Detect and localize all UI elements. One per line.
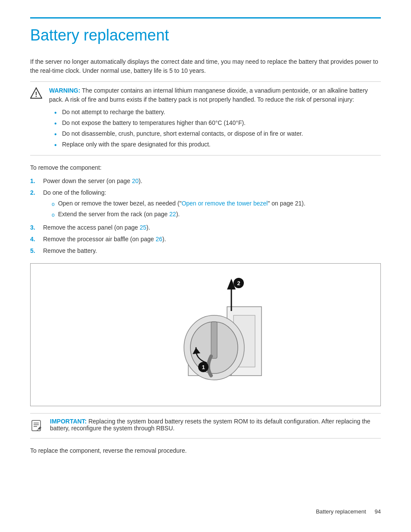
step-1-content: Power down the server (on page 20).: [43, 177, 381, 186]
footer-text: Battery replacement 94: [316, 508, 381, 515]
svg-text:!: !: [35, 91, 37, 98]
svg-rect-7: [211, 322, 217, 358]
steps-list: 1. Power down the server (on page 20). 2…: [30, 177, 381, 255]
sub-steps: o Open or remove the tower bezel, as nee…: [43, 199, 381, 219]
step-2-content: Do one of the following: o Open or remov…: [43, 188, 381, 221]
step-1: 1. Power down the server (on page 20).: [30, 177, 381, 186]
svg-text:2: 2: [237, 280, 240, 286]
step-2-num: 2.: [30, 188, 39, 221]
intro-text: If the server no longer automatically di…: [30, 57, 381, 75]
warning-bullet-2: Do not expose the battery to temperature…: [62, 118, 381, 128]
battery-figure: 1 2: [30, 263, 381, 406]
step-5-content: Remove the battery.: [43, 246, 381, 255]
warning-icon: !: [30, 87, 43, 100]
replace-text: To replace the component, reverse the re…: [30, 446, 381, 455]
top-rule: [30, 17, 381, 19]
warning-box: ! WARNING: The computer contains an inte…: [30, 81, 381, 156]
sub-step-1-link[interactable]: Open or remove the tower bezel: [181, 200, 268, 207]
step-5-num: 5.: [30, 246, 39, 255]
warning-content: WARNING: The computer contains an intern…: [49, 86, 381, 151]
warning-label: WARNING:: [49, 87, 80, 94]
page-container: Battery replacement If the server no lon…: [0, 0, 411, 532]
warning-bullet-1: Do not attempt to recharge the battery.: [62, 108, 381, 117]
svg-text:1: 1: [202, 364, 205, 370]
battery-diagram: 1 2: [132, 272, 279, 397]
sub-step-2: o Extend the server from the rack (on pa…: [52, 210, 381, 219]
step-3-link[interactable]: 25: [140, 224, 146, 231]
step-4: 4. Remove the processor air baffle (on p…: [30, 235, 381, 244]
important-content: IMPORTANT: Replacing the system board ba…: [50, 418, 381, 432]
svg-marker-20: [37, 429, 38, 430]
warning-bullets: Do not attempt to recharge the battery. …: [49, 108, 381, 149]
important-box: IMPORTANT: Replacing the system board ba…: [30, 413, 381, 439]
sub-bullet-2: o: [52, 211, 55, 219]
footer-label: Battery replacement: [316, 508, 366, 515]
step-1-link[interactable]: 20: [132, 177, 139, 184]
step-1-num: 1.: [30, 177, 39, 186]
step-3-num: 3.: [30, 223, 39, 232]
step-4-link[interactable]: 26: [156, 236, 162, 243]
sub-bullet-1: o: [52, 200, 55, 208]
important-text: Replacing the system board battery reset…: [50, 418, 371, 432]
step-4-num: 4.: [30, 235, 39, 244]
step-3: 3. Remove the access panel (on page 25).: [30, 223, 381, 232]
remove-intro: To remove the component:: [30, 163, 381, 172]
page-title: Battery replacement: [30, 26, 381, 44]
important-label: IMPORTANT:: [50, 418, 87, 425]
step-5: 5. Remove the battery.: [30, 246, 381, 255]
footer: Battery replacement 94: [316, 508, 381, 515]
step-4-content: Remove the processor air baffle (on page…: [43, 235, 381, 244]
footer-page: 94: [375, 508, 381, 515]
sub-step-1: o Open or remove the tower bezel, as nee…: [52, 199, 381, 208]
step-3-content: Remove the access panel (on page 25).: [43, 223, 381, 232]
sub-step-2-link[interactable]: 22: [169, 211, 176, 218]
svg-rect-19: [38, 426, 41, 430]
step-2: 2. Do one of the following: o Open or re…: [30, 188, 381, 221]
warning-bullet-4: Replace only with the spare designated f…: [62, 140, 381, 149]
warning-bullet-3: Do not disassemble, crush, puncture, sho…: [62, 129, 381, 138]
warning-text: The computer contains an internal lithiu…: [49, 87, 368, 103]
important-icon: [30, 419, 44, 434]
